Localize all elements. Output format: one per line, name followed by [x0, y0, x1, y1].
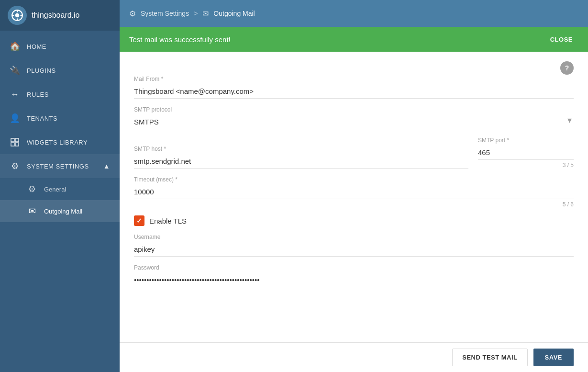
svg-rect-9 [15, 143, 19, 146]
general-icon: ⚙ [27, 184, 37, 194]
timeout-label: Timeout (msec) * [134, 176, 574, 183]
enable-tls-label: Enable TLS [149, 217, 187, 225]
sidebar-item-system-settings-label: SYSTEM SETTINGS [27, 163, 89, 170]
action-bar: SEND TEST MAIL SAVE [120, 342, 588, 372]
system-settings-breadcrumb-icon: ⚙ [129, 9, 136, 18]
smtp-port-label: SMTP port * [478, 137, 574, 144]
sidebar-item-home[interactable]: 🏠 HOME [0, 34, 120, 58]
sidebar-item-home-label: HOME [27, 43, 46, 50]
smtp-host-col: SMTP host * [134, 146, 468, 169]
page-header: ? [134, 61, 574, 66]
sidebar-item-widgets-label: WIDGETS LIBRARY [27, 139, 88, 146]
success-message: Test mail was successfully sent! [129, 35, 231, 44]
form-container: ? Mail From * SMTP protocol SMTP SMTPS S… [120, 52, 588, 343]
smtp-port-col: SMTP port * 3 / 5 [478, 137, 574, 169]
password-label: Password [134, 264, 574, 271]
username-section: Username [134, 234, 574, 257]
mail-from-section: Mail From * [134, 76, 574, 99]
send-test-mail-button[interactable]: SEND TEST MAIL [452, 349, 527, 366]
logo-text: thingsboard.io [32, 11, 80, 20]
smtp-protocol-section: SMTP protocol SMTP SMTPS SMTP with TLS ▾ [134, 106, 574, 129]
breadcrumb-system-settings: System Settings [141, 10, 189, 17]
username-input[interactable] [134, 242, 574, 257]
system-settings-icon: ⚙ [10, 161, 20, 171]
breadcrumb-separator: > [194, 10, 198, 17]
mail-from-label: Mail From * [134, 76, 574, 82]
sidebar-item-tenants[interactable]: 👤 TENANTS [0, 106, 120, 130]
sidebar-item-system-settings[interactable]: ⚙ SYSTEM SETTINGS ▲ [0, 154, 120, 178]
smtp-protocol-select[interactable]: SMTP SMTPS SMTP with TLS [134, 115, 574, 129]
svg-rect-7 [15, 138, 19, 142]
timeout-char-count: 5 / 6 [134, 201, 574, 208]
outgoing-mail-icon: ✉ [27, 206, 37, 216]
password-input[interactable] [134, 273, 574, 287]
enable-tls-checkbox[interactable]: ✓ [134, 215, 144, 226]
outgoing-mail-breadcrumb-icon: ✉ [202, 9, 209, 18]
sidebar-item-plugins-label: PLUGINS [27, 67, 56, 74]
mail-from-input[interactable] [134, 84, 574, 99]
rules-icon: ↔ [10, 89, 20, 100]
sidebar-sub-item-outgoing-mail-label: Outgoing Mail [44, 208, 82, 215]
sidebar-item-plugins[interactable]: 🔌 PLUGINS [0, 58, 120, 82]
svg-rect-6 [11, 138, 14, 142]
topbar: ⚙ System Settings > ✉ Outgoing Mail [120, 0, 588, 27]
svg-point-1 [15, 13, 20, 18]
username-label: Username [134, 234, 574, 240]
sidebar: thingsboard.io 🏠 HOME 🔌 PLUGINS ↔ RULES … [0, 0, 120, 372]
checkmark-icon: ✓ [136, 217, 142, 225]
smtp-host-port-section: SMTP host * SMTP port * 3 / 5 [134, 137, 574, 169]
smtp-host-input[interactable] [134, 154, 468, 169]
plugins-icon: 🔌 [10, 65, 20, 76]
smtp-protocol-select-wrapper: SMTP SMTPS SMTP with TLS ▾ [134, 115, 574, 129]
sidebar-nav: 🏠 HOME 🔌 PLUGINS ↔ RULES 👤 TENANTS [0, 31, 120, 372]
smtp-port-char-count: 3 / 5 [478, 162, 574, 169]
sidebar-item-rules-label: RULES [27, 91, 49, 98]
tenants-icon: 👤 [10, 113, 20, 124]
chevron-up-icon: ▲ [103, 162, 110, 170]
logo-icon [8, 6, 27, 25]
sidebar-sub-item-outgoing-mail[interactable]: ✉ Outgoing Mail [0, 200, 120, 222]
close-button[interactable]: CLOSE [544, 33, 578, 46]
smtp-protocol-label: SMTP protocol [134, 106, 574, 113]
help-button[interactable]: ? [560, 61, 574, 75]
sidebar-sub-item-general-label: General [44, 186, 66, 193]
password-section: Password [134, 264, 574, 287]
breadcrumb-page-title: Outgoing Mail [213, 10, 255, 17]
sidebar-item-widgets-library[interactable]: WIDGETS LIBRARY [0, 130, 120, 154]
success-banner: Test mail was successfully sent! CLOSE [120, 27, 588, 52]
main-area: ⚙ System Settings > ✉ Outgoing Mail Test… [120, 0, 588, 372]
content-area: Test mail was successfully sent! CLOSE ?… [120, 27, 588, 372]
smtp-port-input[interactable] [478, 146, 574, 160]
sidebar-item-tenants-label: TENANTS [27, 115, 57, 122]
svg-rect-8 [11, 143, 14, 146]
logo: thingsboard.io [0, 0, 120, 31]
smtp-host-port-row: SMTP host * SMTP port * 3 / 5 [134, 137, 574, 169]
timeout-input[interactable] [134, 185, 574, 199]
sidebar-sub-item-general[interactable]: ⚙ General [0, 178, 120, 200]
save-button[interactable]: SAVE [533, 349, 574, 366]
timeout-section: Timeout (msec) * 5 / 6 [134, 176, 574, 208]
sidebar-item-rules[interactable]: ↔ RULES [0, 82, 120, 106]
enable-tls-row: ✓ Enable TLS [134, 215, 574, 226]
breadcrumb: ⚙ System Settings > ✉ Outgoing Mail [129, 9, 255, 18]
home-icon: 🏠 [10, 41, 20, 52]
widgets-icon [10, 137, 20, 147]
smtp-host-label: SMTP host * [134, 146, 468, 152]
